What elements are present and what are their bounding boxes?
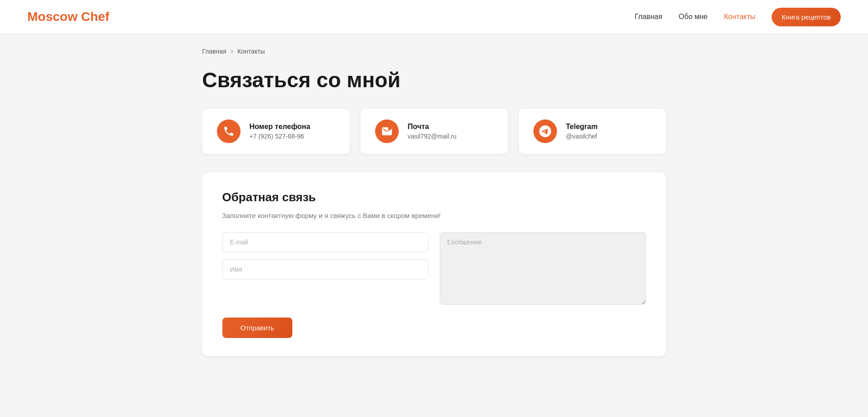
main-nav: Главная Обо мне Контакты Книга рецептов bbox=[635, 8, 841, 26]
form-left bbox=[222, 232, 429, 307]
telegram-value: @vasilchef bbox=[566, 133, 598, 140]
feedback-title: Обратная связь bbox=[222, 190, 646, 204]
email-info: Почта vasil792@mail.ru bbox=[408, 123, 457, 140]
svg-point-0 bbox=[388, 127, 391, 130]
contact-cards: Номер телефона +7 (926) 527-68-96 Почта … bbox=[202, 109, 666, 154]
nav-contacts[interactable]: Контакты bbox=[724, 13, 755, 21]
telegram-icon bbox=[533, 119, 557, 143]
telegram-info: Telegram @vasilchef bbox=[566, 123, 598, 140]
phone-info: Номер телефона +7 (926) 527-68-96 bbox=[250, 123, 311, 140]
nav-home[interactable]: Главная bbox=[635, 13, 662, 21]
breadcrumb-current: Контакты bbox=[237, 48, 265, 55]
form-row bbox=[222, 232, 646, 307]
breadcrumb-home[interactable]: Главная bbox=[202, 48, 226, 55]
breadcrumb-separator: > bbox=[230, 48, 234, 55]
contact-card-telegram: Telegram @vasilchef bbox=[519, 109, 666, 154]
recipe-book-button[interactable]: Книга рецептов bbox=[772, 8, 841, 26]
message-field[interactable] bbox=[440, 232, 646, 305]
form-right bbox=[440, 232, 646, 307]
site-header: Moscow Chef Главная Обо мне Контакты Кни… bbox=[0, 0, 868, 34]
mail-icon bbox=[375, 119, 399, 143]
telegram-label: Telegram bbox=[566, 123, 598, 131]
contact-card-phone: Номер телефона +7 (926) 527-68-96 bbox=[202, 109, 350, 154]
phone-value: +7 (926) 527-68-96 bbox=[250, 133, 311, 140]
phone-icon bbox=[217, 119, 241, 143]
email-field[interactable] bbox=[222, 232, 429, 252]
contact-card-email: Почта vasil792@mail.ru bbox=[361, 109, 508, 154]
feedback-section: Обратная связь Заполните контактную форм… bbox=[202, 172, 666, 356]
phone-label: Номер телефона bbox=[250, 123, 311, 131]
page-title: Связаться со мной bbox=[202, 68, 666, 92]
site-logo[interactable]: Moscow Chef bbox=[27, 10, 109, 24]
email-label: Почта bbox=[408, 123, 457, 131]
main-content: Главная > Контакты Связаться со мной Ном… bbox=[184, 34, 684, 383]
submit-button[interactable]: Отправить bbox=[222, 318, 292, 338]
breadcrumb: Главная > Контакты bbox=[202, 48, 666, 55]
name-field[interactable] bbox=[222, 259, 429, 279]
feedback-subtitle: Заполните контактную форму и я свяжусь с… bbox=[222, 212, 646, 219]
email-value: vasil792@mail.ru bbox=[408, 133, 457, 140]
nav-about[interactable]: Обо мне bbox=[679, 13, 708, 21]
